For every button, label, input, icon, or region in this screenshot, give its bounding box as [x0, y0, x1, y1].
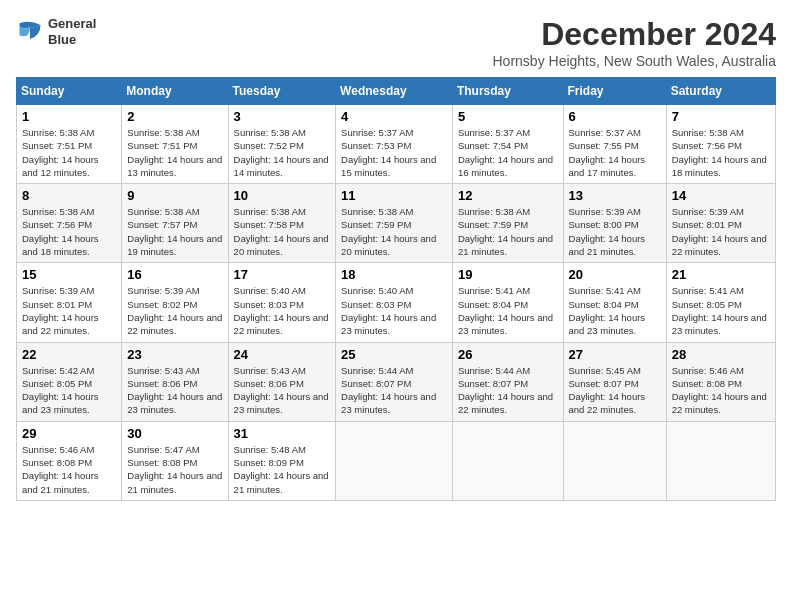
day-number: 27 — [569, 347, 661, 362]
col-wednesday: Wednesday — [336, 78, 453, 105]
day-info: Sunrise: 5:38 AM Sunset: 7:52 PM Dayligh… — [234, 126, 331, 179]
table-row: 29 Sunrise: 5:46 AM Sunset: 8:08 PM Dayl… — [17, 421, 122, 500]
table-row: 2 Sunrise: 5:38 AM Sunset: 7:51 PM Dayli… — [122, 105, 228, 184]
table-row: 4 Sunrise: 5:37 AM Sunset: 7:53 PM Dayli… — [336, 105, 453, 184]
table-row: 8 Sunrise: 5:38 AM Sunset: 7:56 PM Dayli… — [17, 184, 122, 263]
day-number: 26 — [458, 347, 558, 362]
day-info: Sunrise: 5:38 AM Sunset: 7:56 PM Dayligh… — [672, 126, 770, 179]
day-info: Sunrise: 5:37 AM Sunset: 7:54 PM Dayligh… — [458, 126, 558, 179]
table-row: 13 Sunrise: 5:39 AM Sunset: 8:00 PM Dayl… — [563, 184, 666, 263]
col-friday: Friday — [563, 78, 666, 105]
table-row: 18 Sunrise: 5:40 AM Sunset: 8:03 PM Dayl… — [336, 263, 453, 342]
day-number: 18 — [341, 267, 447, 282]
table-row: 24 Sunrise: 5:43 AM Sunset: 8:06 PM Dayl… — [228, 342, 336, 421]
col-saturday: Saturday — [666, 78, 775, 105]
table-row: 10 Sunrise: 5:38 AM Sunset: 7:58 PM Dayl… — [228, 184, 336, 263]
day-number: 23 — [127, 347, 222, 362]
day-info: Sunrise: 5:37 AM Sunset: 7:53 PM Dayligh… — [341, 126, 447, 179]
day-number: 2 — [127, 109, 222, 124]
day-number: 5 — [458, 109, 558, 124]
table-row: 25 Sunrise: 5:44 AM Sunset: 8:07 PM Dayl… — [336, 342, 453, 421]
day-info: Sunrise: 5:38 AM Sunset: 7:56 PM Dayligh… — [22, 205, 116, 258]
table-row: 14 Sunrise: 5:39 AM Sunset: 8:01 PM Dayl… — [666, 184, 775, 263]
calendar-week-row: 1 Sunrise: 5:38 AM Sunset: 7:51 PM Dayli… — [17, 105, 776, 184]
logo: General Blue — [16, 16, 96, 47]
day-info: Sunrise: 5:46 AM Sunset: 8:08 PM Dayligh… — [672, 364, 770, 417]
calendar-week-row: 15 Sunrise: 5:39 AM Sunset: 8:01 PM Dayl… — [17, 263, 776, 342]
day-info: Sunrise: 5:38 AM Sunset: 7:51 PM Dayligh… — [22, 126, 116, 179]
day-number: 30 — [127, 426, 222, 441]
day-number: 4 — [341, 109, 447, 124]
day-number: 12 — [458, 188, 558, 203]
table-row — [452, 421, 563, 500]
day-number: 31 — [234, 426, 331, 441]
day-number: 6 — [569, 109, 661, 124]
table-row: 3 Sunrise: 5:38 AM Sunset: 7:52 PM Dayli… — [228, 105, 336, 184]
location-subtitle: Hornsby Heights, New South Wales, Austra… — [493, 53, 777, 69]
table-row: 5 Sunrise: 5:37 AM Sunset: 7:54 PM Dayli… — [452, 105, 563, 184]
day-info: Sunrise: 5:39 AM Sunset: 8:01 PM Dayligh… — [22, 284, 116, 337]
month-title: December 2024 — [493, 16, 777, 53]
table-row: 6 Sunrise: 5:37 AM Sunset: 7:55 PM Dayli… — [563, 105, 666, 184]
table-row: 11 Sunrise: 5:38 AM Sunset: 7:59 PM Dayl… — [336, 184, 453, 263]
day-info: Sunrise: 5:40 AM Sunset: 8:03 PM Dayligh… — [341, 284, 447, 337]
day-info: Sunrise: 5:41 AM Sunset: 8:04 PM Dayligh… — [569, 284, 661, 337]
table-row — [666, 421, 775, 500]
table-row: 22 Sunrise: 5:42 AM Sunset: 8:05 PM Dayl… — [17, 342, 122, 421]
day-info: Sunrise: 5:38 AM Sunset: 7:59 PM Dayligh… — [458, 205, 558, 258]
calendar-week-row: 8 Sunrise: 5:38 AM Sunset: 7:56 PM Dayli… — [17, 184, 776, 263]
day-info: Sunrise: 5:43 AM Sunset: 8:06 PM Dayligh… — [234, 364, 331, 417]
day-info: Sunrise: 5:44 AM Sunset: 8:07 PM Dayligh… — [341, 364, 447, 417]
table-row: 23 Sunrise: 5:43 AM Sunset: 8:06 PM Dayl… — [122, 342, 228, 421]
day-info: Sunrise: 5:46 AM Sunset: 8:08 PM Dayligh… — [22, 443, 116, 496]
day-info: Sunrise: 5:38 AM Sunset: 7:57 PM Dayligh… — [127, 205, 222, 258]
col-thursday: Thursday — [452, 78, 563, 105]
day-number: 11 — [341, 188, 447, 203]
calendar-header-row: Sunday Monday Tuesday Wednesday Thursday… — [17, 78, 776, 105]
table-row: 7 Sunrise: 5:38 AM Sunset: 7:56 PM Dayli… — [666, 105, 775, 184]
day-info: Sunrise: 5:39 AM Sunset: 8:01 PM Dayligh… — [672, 205, 770, 258]
day-info: Sunrise: 5:42 AM Sunset: 8:05 PM Dayligh… — [22, 364, 116, 417]
day-info: Sunrise: 5:38 AM Sunset: 7:51 PM Dayligh… — [127, 126, 222, 179]
table-row: 30 Sunrise: 5:47 AM Sunset: 8:08 PM Dayl… — [122, 421, 228, 500]
table-row: 15 Sunrise: 5:39 AM Sunset: 8:01 PM Dayl… — [17, 263, 122, 342]
logo-icon — [16, 18, 44, 46]
day-info: Sunrise: 5:38 AM Sunset: 7:59 PM Dayligh… — [341, 205, 447, 258]
logo-text: General Blue — [48, 16, 96, 47]
table-row — [563, 421, 666, 500]
table-row: 31 Sunrise: 5:48 AM Sunset: 8:09 PM Dayl… — [228, 421, 336, 500]
day-number: 25 — [341, 347, 447, 362]
table-row: 27 Sunrise: 5:45 AM Sunset: 8:07 PM Dayl… — [563, 342, 666, 421]
table-row: 20 Sunrise: 5:41 AM Sunset: 8:04 PM Dayl… — [563, 263, 666, 342]
table-row: 1 Sunrise: 5:38 AM Sunset: 7:51 PM Dayli… — [17, 105, 122, 184]
day-number: 28 — [672, 347, 770, 362]
title-area: December 2024 Hornsby Heights, New South… — [493, 16, 777, 69]
day-number: 19 — [458, 267, 558, 282]
page-header: General Blue December 2024 Hornsby Heigh… — [16, 16, 776, 69]
table-row: 9 Sunrise: 5:38 AM Sunset: 7:57 PM Dayli… — [122, 184, 228, 263]
day-number: 1 — [22, 109, 116, 124]
day-number: 7 — [672, 109, 770, 124]
day-info: Sunrise: 5:39 AM Sunset: 8:00 PM Dayligh… — [569, 205, 661, 258]
day-number: 24 — [234, 347, 331, 362]
day-info: Sunrise: 5:45 AM Sunset: 8:07 PM Dayligh… — [569, 364, 661, 417]
col-sunday: Sunday — [17, 78, 122, 105]
table-row: 12 Sunrise: 5:38 AM Sunset: 7:59 PM Dayl… — [452, 184, 563, 263]
day-number: 9 — [127, 188, 222, 203]
day-number: 8 — [22, 188, 116, 203]
day-info: Sunrise: 5:37 AM Sunset: 7:55 PM Dayligh… — [569, 126, 661, 179]
day-number: 21 — [672, 267, 770, 282]
col-tuesday: Tuesday — [228, 78, 336, 105]
table-row: 28 Sunrise: 5:46 AM Sunset: 8:08 PM Dayl… — [666, 342, 775, 421]
day-number: 13 — [569, 188, 661, 203]
table-row: 21 Sunrise: 5:41 AM Sunset: 8:05 PM Dayl… — [666, 263, 775, 342]
day-number: 17 — [234, 267, 331, 282]
day-number: 10 — [234, 188, 331, 203]
day-info: Sunrise: 5:39 AM Sunset: 8:02 PM Dayligh… — [127, 284, 222, 337]
day-info: Sunrise: 5:43 AM Sunset: 8:06 PM Dayligh… — [127, 364, 222, 417]
calendar-week-row: 29 Sunrise: 5:46 AM Sunset: 8:08 PM Dayl… — [17, 421, 776, 500]
day-info: Sunrise: 5:44 AM Sunset: 8:07 PM Dayligh… — [458, 364, 558, 417]
table-row: 17 Sunrise: 5:40 AM Sunset: 8:03 PM Dayl… — [228, 263, 336, 342]
day-number: 20 — [569, 267, 661, 282]
col-monday: Monday — [122, 78, 228, 105]
